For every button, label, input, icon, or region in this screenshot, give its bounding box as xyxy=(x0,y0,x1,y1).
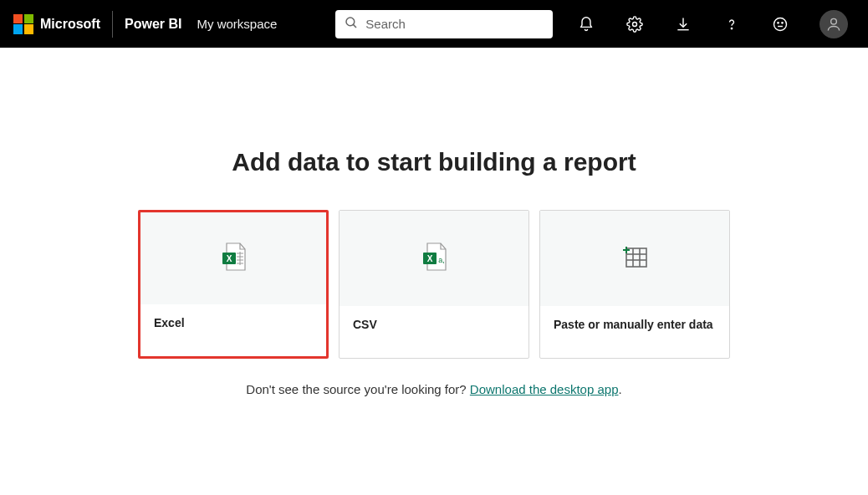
feedback-smiley-icon[interactable] xyxy=(771,15,789,33)
search-input[interactable] xyxy=(365,17,544,31)
card-excel-label: Excel xyxy=(140,304,326,356)
footer-hint: Don't see the source you're looking for?… xyxy=(246,382,621,396)
page-title: Add data to start building a report xyxy=(232,148,636,176)
card-paste-icon-area xyxy=(540,211,729,306)
data-source-cards: X Excel X xyxy=(138,210,730,359)
card-csv[interactable]: X a, CSV xyxy=(339,210,529,359)
card-excel[interactable]: X Excel xyxy=(138,210,329,359)
search-icon xyxy=(344,15,359,33)
svg-point-7 xyxy=(831,18,837,24)
download-icon[interactable] xyxy=(674,15,692,33)
svg-point-4 xyxy=(774,18,787,30)
search-box[interactable] xyxy=(335,10,553,38)
svg-point-3 xyxy=(731,28,732,28)
header-actions xyxy=(577,10,855,38)
notifications-icon[interactable] xyxy=(577,15,595,33)
svg-text:X: X xyxy=(427,254,433,263)
settings-gear-icon[interactable] xyxy=(625,15,644,33)
card-paste-data[interactable]: Paste or manually enter data xyxy=(539,210,730,359)
app-header: Microsoft Power BI My workspace xyxy=(0,0,868,48)
footer-period: . xyxy=(619,382,622,396)
microsoft-label: Microsoft xyxy=(40,17,100,32)
svg-point-6 xyxy=(782,22,783,23)
microsoft-icon xyxy=(13,14,33,34)
svg-point-5 xyxy=(778,22,779,23)
card-excel-icon-area: X xyxy=(140,212,326,304)
svg-point-2 xyxy=(633,22,637,26)
table-plus-icon xyxy=(618,240,651,277)
download-desktop-link[interactable]: Download the desktop app xyxy=(470,382,619,396)
help-icon[interactable] xyxy=(722,15,741,33)
main-content: Add data to start building a report X xyxy=(0,48,868,396)
svg-text:X: X xyxy=(227,254,232,263)
svg-line-1 xyxy=(354,24,357,28)
microsoft-logo[interactable]: Microsoft xyxy=(13,11,113,38)
excel-file-icon: X xyxy=(217,240,250,277)
footer-prompt-text: Don't see the source you're looking for? xyxy=(246,382,470,396)
svg-rect-18 xyxy=(626,248,646,267)
product-name[interactable]: Power BI xyxy=(113,17,193,32)
card-csv-icon-area: X a, xyxy=(340,211,528,306)
card-paste-label: Paste or manually enter data xyxy=(540,306,729,358)
svg-text:a,: a, xyxy=(438,256,445,264)
csv-file-icon: X a, xyxy=(417,240,451,277)
workspace-breadcrumb[interactable]: My workspace xyxy=(193,17,277,31)
card-csv-label: CSV xyxy=(340,306,528,358)
svg-point-0 xyxy=(346,18,355,26)
account-avatar[interactable] xyxy=(819,10,848,38)
